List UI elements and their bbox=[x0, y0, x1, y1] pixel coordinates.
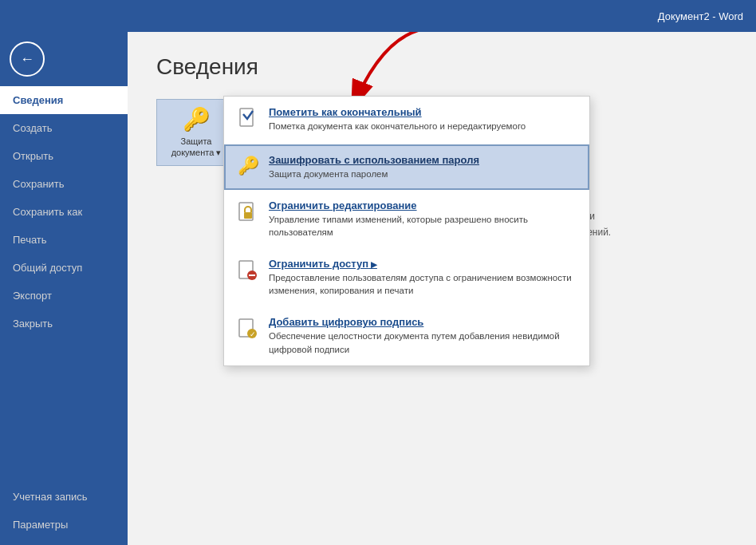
key-icon: 🔑 bbox=[237, 156, 259, 176]
sidebar-divider bbox=[0, 338, 128, 483]
sidebar: ← СведенияСоздатьОткрытьСохранитьСохрани… bbox=[0, 32, 128, 545]
main-layout: ← СведенияСоздатьОткрытьСохранитьСохрани… bbox=[0, 32, 756, 545]
dropdown-item-content-mark-final: Пометить как окончательныйПометка докуме… bbox=[269, 106, 526, 132]
sidebar-item-sozdat[interactable]: Создать bbox=[0, 114, 128, 142]
content-area: Сведения 🔑 Защитадокумента ▾ Защита доку… bbox=[128, 32, 756, 545]
back-icon: ← bbox=[20, 51, 34, 68]
dropdown-item-desc-restrict-access: Предоставление пользователям доступа с о… bbox=[269, 271, 577, 297]
sidebar-item-uchetnaya-zapis[interactable]: Учетная запись bbox=[0, 483, 128, 511]
dropdown-item-title-mark-final: Пометить как окончательный bbox=[269, 106, 526, 118]
sidebar-item-pechat[interactable]: Печать bbox=[0, 226, 128, 254]
dropdown-item-title-restrict-editing: Ограничить редактирование bbox=[269, 199, 577, 211]
dropdown-item-desc-mark-final: Пометка документа как окончательного и н… bbox=[269, 120, 526, 132]
sidebar-item-zakryt[interactable]: Закрыть bbox=[0, 310, 128, 338]
svg-text:✓: ✓ bbox=[250, 330, 256, 338]
sidebar-bottom: Учетная записьПараметры bbox=[0, 483, 128, 545]
sidebar-item-eksport[interactable]: Экспорт bbox=[0, 282, 128, 310]
signature-icon: ✓ bbox=[237, 318, 259, 345]
dropdown-item-mark-final[interactable]: Пометить как окончательныйПометка докуме… bbox=[224, 97, 589, 144]
restrict-icon bbox=[237, 259, 259, 286]
title-bar-text: Документ2 - Word bbox=[658, 10, 743, 22]
dropdown-item-digital-signature[interactable]: ✓ Добавить цифровую подписьОбеспечение ц… bbox=[224, 306, 589, 365]
sidebar-item-parametry[interactable]: Параметры bbox=[0, 511, 128, 539]
dropdown-item-content-encrypt-password: Зашифровать с использованием пароляЗащит… bbox=[269, 154, 479, 180]
dropdown-item-title-digital-signature: Добавить цифровую подпись bbox=[269, 316, 577, 328]
page-title: Сведения bbox=[156, 54, 727, 80]
doc-checkmark-icon bbox=[237, 108, 259, 135]
dropdown-item-content-restrict-access: Ограничить доступ ▶Предоставление пользо… bbox=[269, 258, 577, 297]
sidebar-item-otkryt[interactable]: Открыть bbox=[0, 142, 128, 170]
dropdown-item-content-restrict-editing: Ограничить редактированиеУправление типа… bbox=[269, 199, 577, 239]
dropdown-item-title-restrict-access: Ограничить доступ ▶ bbox=[269, 258, 577, 270]
dropdown-item-desc-restrict-editing: Управление типами изменений, которые раз… bbox=[269, 213, 577, 239]
lock-icon bbox=[237, 201, 259, 228]
title-bar: Документ2 - Word bbox=[0, 0, 756, 32]
dropdown-item-restrict-access[interactable]: Ограничить доступ ▶Предоставление пользо… bbox=[224, 248, 589, 306]
dropdown-item-encrypt-password[interactable]: 🔑Зашифровать с использованием пароляЗащи… bbox=[224, 144, 589, 190]
key-icon: 🔑 bbox=[183, 106, 211, 132]
dropdown-item-desc-encrypt-password: Защита документа паролем bbox=[269, 168, 479, 180]
svg-rect-3 bbox=[244, 212, 252, 219]
dropdown-item-title-encrypt-password: Зашифровать с использованием пароля bbox=[269, 154, 479, 166]
sidebar-item-svedeniya[interactable]: Сведения bbox=[0, 86, 128, 114]
protect-button-label: Защитадокумента ▾ bbox=[171, 136, 222, 159]
protect-dropdown-menu: Пометить как окончательныйПометка докуме… bbox=[223, 96, 590, 366]
sidebar-item-sohranit[interactable]: Сохранить bbox=[0, 170, 128, 198]
sidebar-item-obshchiy-dostup[interactable]: Общий доступ bbox=[0, 254, 128, 282]
dropdown-item-restrict-editing[interactable]: Ограничить редактированиеУправление типа… bbox=[224, 190, 589, 248]
sidebar-item-sohranit-kak[interactable]: Сохранить как bbox=[0, 198, 128, 226]
dropdown-item-desc-digital-signature: Обеспечение целостности документа путем … bbox=[269, 330, 577, 355]
dropdown-item-content-digital-signature: Добавить цифровую подписьОбеспечение цел… bbox=[269, 316, 577, 355]
back-button[interactable]: ← bbox=[10, 41, 45, 77]
